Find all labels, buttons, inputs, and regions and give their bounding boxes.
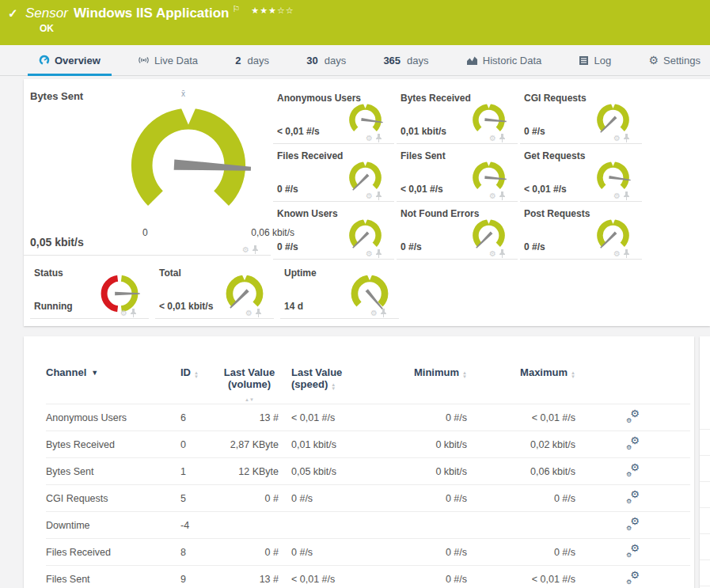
cell-maximum: 0 #/s (467, 485, 575, 512)
pin-icon[interactable] (252, 245, 259, 254)
gear-icon[interactable]: ⚙ (242, 246, 249, 254)
tab-overview[interactable]: Overview (36, 45, 104, 75)
gear-icon[interactable]: ⚙ (120, 309, 127, 317)
gauge-title: Post Requests (524, 208, 590, 219)
column-header-maximum[interactable]: Maximum▲▼ (467, 366, 575, 404)
tab-365-days[interactable]: 365 days (380, 45, 431, 75)
cell-channel[interactable]: Bytes Sent (46, 458, 180, 485)
gear-icon[interactable]: ⚙ (366, 135, 373, 142)
cell-maximum: < 0,01 #/s (467, 566, 575, 588)
tab-settings[interactable]: ⚙ Settings (645, 45, 704, 75)
gear-icon[interactable]: ⚙ (489, 135, 496, 142)
gauge-value: 0,05 kbit/s (30, 236, 84, 248)
sort-icon: ▲▼ (571, 371, 575, 379)
table-row: Downtime -4 ⚙⚙ (46, 512, 690, 539)
gear-icon[interactable]: ⚙ (489, 250, 496, 258)
cell-actions: ⚙⚙ (575, 404, 690, 431)
gear-icon[interactable]: ⚙ (366, 250, 373, 258)
pin-icon[interactable] (623, 249, 630, 258)
gear-icon[interactable]: ⚙ (489, 192, 496, 200)
flag-icon[interactable]: ⚐ (232, 4, 240, 13)
table-row: Files Received 8 0 # 0 #/s 0 #/s 0 #/s ⚙… (46, 539, 690, 566)
cell-actions: ⚙⚙ (575, 458, 690, 485)
primary-gauge-tile: Bytes Sent x̄ 0 0,06 kbit/s 0,05 kbit/s … (24, 79, 271, 256)
gear-icon[interactable]: ⚙ (366, 192, 373, 200)
cell-minimum: 0 #/s (405, 485, 467, 512)
pin-icon[interactable] (375, 192, 382, 200)
sort-icon: ▲▼ (194, 371, 199, 379)
pin-icon[interactable] (375, 134, 382, 142)
priority-stars[interactable]: ★★★☆☆ (251, 6, 294, 15)
tab-label: days (247, 55, 268, 66)
cell-channel[interactable]: Files Sent (46, 566, 180, 588)
cell-channel[interactable]: Files Received (46, 539, 180, 566)
bottom-gauge-row: Status Running ⚙ Total < 0,01 kbit/s ⚙ U… (30, 261, 405, 319)
tab-log[interactable]: Log (575, 45, 614, 75)
channel-settings-gears-icon[interactable]: ⚙⚙ (626, 438, 640, 450)
log-icon (579, 55, 589, 66)
gauge-value: 0 #/s (277, 241, 298, 252)
gauge-title: Files Sent (401, 150, 446, 161)
column-header-id[interactable]: ID▲▼ (180, 366, 220, 404)
cell-channel[interactable]: Anonymous Users (46, 404, 180, 431)
tab-label: Settings (663, 55, 701, 66)
gauges-panel: Bytes Sent x̄ 0 0,06 kbit/s 0,05 kbit/s … (24, 79, 710, 326)
cell-channel[interactable]: CGI Requests (46, 485, 180, 512)
gauge-title: Not Found Errors (401, 208, 479, 219)
cell-channel[interactable]: Downtime (46, 512, 180, 539)
cell-minimum: 0 kbit/s (405, 431, 467, 458)
pin-icon[interactable] (623, 134, 630, 142)
cell-maximum: 0,06 kbit/s (467, 458, 575, 485)
gear-icon[interactable]: ⚙ (613, 250, 621, 258)
table-header-row: Channel▼ ID▲▼ Last Value(volume)▲▼ Last … (46, 366, 690, 404)
cell-last-speed: 0 #/s (279, 485, 405, 512)
table-row: CGI Requests 5 0 # 0 #/s 0 #/s 0 #/s ⚙⚙ (46, 485, 690, 512)
pin-icon[interactable] (130, 309, 137, 317)
pin-icon[interactable] (255, 309, 262, 317)
column-header-last-volume[interactable]: Last Value(volume)▲▼ (220, 366, 279, 404)
tab-historic-data[interactable]: Historic Data (463, 45, 545, 75)
cell-last-speed: 0 #/s (279, 539, 405, 566)
stars-empty: ☆☆ (277, 6, 294, 15)
tab-live-data[interactable]: Live Data (135, 45, 201, 75)
channel-settings-gears-icon[interactable]: ⚙⚙ (626, 491, 640, 503)
cell-maximum: 0,02 kbit/s (467, 431, 575, 458)
gauge-tile: Get Requests < 0,01 #/s ⚙ (520, 144, 642, 202)
gauge-actions: ⚙ (366, 134, 382, 142)
channel-settings-gears-icon[interactable]: ⚙⚙ (626, 465, 640, 476)
cell-id: 0 (180, 431, 220, 458)
gauge-value: < 0,01 #/s (401, 184, 443, 195)
pin-icon[interactable] (623, 192, 630, 200)
gauge-value: 0 #/s (277, 184, 298, 195)
tab-30-days[interactable]: 30 days (303, 45, 349, 75)
cell-minimum: 0 #/s (405, 539, 467, 566)
gauge-dial (120, 97, 256, 233)
pin-icon[interactable] (499, 192, 506, 200)
pin-icon[interactable] (375, 249, 382, 258)
cell-last-volume: 13 # (220, 404, 279, 431)
channel-settings-gears-icon[interactable]: ⚙⚙ (626, 572, 640, 584)
gear-icon[interactable]: ⚙ (613, 135, 621, 142)
tab-label: Live Data (154, 55, 198, 66)
column-header-minimum[interactable]: Minimum▲▼ (405, 366, 467, 404)
pin-icon[interactable] (499, 249, 506, 258)
pin-icon[interactable] (499, 134, 506, 142)
cell-last-speed: 0,01 kbit/s (279, 431, 405, 458)
column-header-channel[interactable]: Channel▼ (46, 366, 180, 404)
cell-channel[interactable]: Bytes Received (46, 431, 180, 458)
channel-settings-gears-icon[interactable]: ⚙⚙ (626, 411, 640, 423)
cell-maximum (467, 512, 575, 539)
gauge-title: Bytes Sent (30, 90, 83, 102)
cell-minimum: 0 #/s (405, 566, 467, 588)
pin-icon[interactable] (380, 309, 387, 317)
tab-label: Log (594, 55, 611, 66)
column-header-last-speed[interactable]: Last Value(speed)▲▼ (279, 366, 405, 404)
cell-actions: ⚙⚙ (575, 431, 690, 458)
channel-settings-gears-icon[interactable]: ⚙⚙ (626, 545, 640, 557)
gear-icon[interactable]: ⚙ (370, 309, 378, 317)
gear-icon[interactable]: ⚙ (245, 309, 252, 317)
tab-2-days[interactable]: 2 days (232, 45, 272, 75)
gear-icon[interactable]: ⚙ (613, 192, 621, 200)
channel-settings-gears-icon[interactable]: ⚙⚙ (626, 518, 640, 530)
gauge-value: 0 #/s (524, 126, 545, 137)
